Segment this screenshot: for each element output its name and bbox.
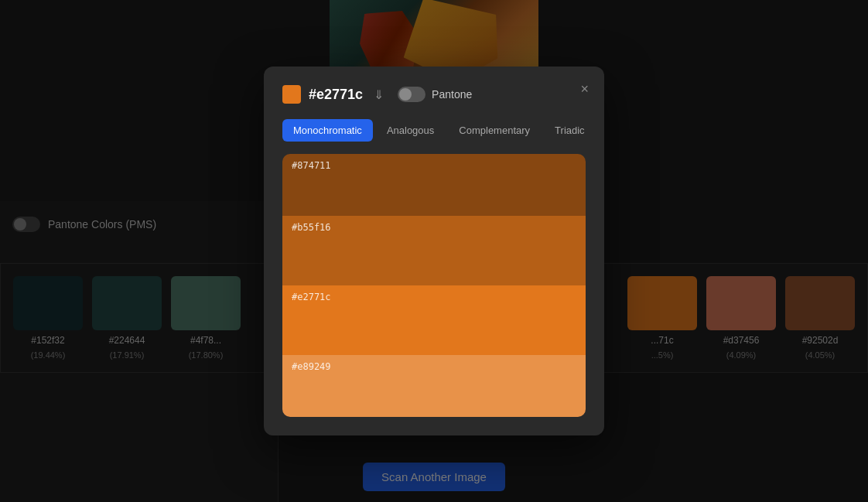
modal-tabs: Monochromatic Analogous Complementary Tr… <box>282 119 586 142</box>
palette-stripe-label-3: #e2771c <box>292 292 331 302</box>
modal-toggle-group: Pantone <box>398 87 472 102</box>
color-detail-modal: #e2771c ⇓ Pantone × Monochromatic Analog… <box>264 67 604 435</box>
tab-complementary[interactable]: Complementary <box>448 119 541 142</box>
modal-overlay: #e2771c ⇓ Pantone × Monochromatic Analog… <box>0 0 868 502</box>
palette-stripe-1[interactable]: #874711 <box>282 154 586 216</box>
modal-header: #e2771c ⇓ Pantone × <box>282 85 586 104</box>
tab-monochromatic[interactable]: Monochromatic <box>282 119 373 142</box>
tab-analogous[interactable]: Analogous <box>376 119 445 142</box>
modal-pantone-label: Pantone <box>432 88 472 101</box>
modal-pantone-toggle[interactable] <box>398 87 425 102</box>
modal-color-swatch <box>282 85 301 104</box>
palette-stripe-3[interactable]: #e2771c <box>282 285 586 355</box>
modal-close-button[interactable]: × <box>580 82 589 96</box>
palette-stripe-label-1: #874711 <box>292 160 331 171</box>
palette-stripe-label-2: #b55f16 <box>292 222 331 233</box>
tab-triadic[interactable]: Triadic <box>544 119 596 142</box>
modal-color-hex: #e2771c <box>309 87 363 103</box>
palette-stripe-2[interactable]: #b55f16 <box>282 216 586 285</box>
color-palette: #874711 #b55f16 #e2771c #e89249 <box>282 154 586 417</box>
palette-stripe-4[interactable]: #e89249 <box>282 355 586 417</box>
palette-stripe-label-4: #e89249 <box>292 361 331 372</box>
download-icon[interactable]: ⇓ <box>374 87 384 102</box>
